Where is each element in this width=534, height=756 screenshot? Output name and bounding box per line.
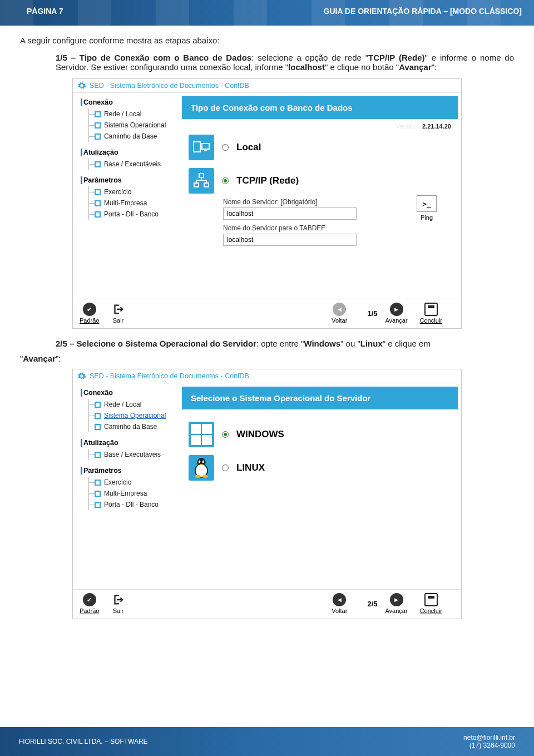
tree-item-exercicio[interactable]: Exercício [89,186,179,197]
arrow-right-icon: ► [390,593,403,606]
page-number-label: PÁGINA 7 [27,7,63,16]
padrao-button[interactable]: ✔Padrão [80,303,99,324]
gear-icon [77,372,86,381]
pager-label: 1/5 [367,309,377,318]
save-icon [424,303,438,316]
checkbox-icon [95,502,101,508]
panel-title: Tipo de Conexão com o Banco de Dados [182,96,458,119]
window-title: SED - Sistema Eletrônico de Documentos -… [90,372,249,380]
checkbox-icon [95,111,101,117]
window-titlebar: SED - Sistema Eletrônico de Documentos -… [73,79,461,93]
window-title: SED - Sistema Eletrônico de Documentos -… [90,82,249,90]
tabdef-server-label: Nome do Servidor para o TABDEF [223,224,461,232]
checkbox-icon [95,189,101,195]
tree-item-rede-local[interactable]: Rede / Local [89,399,179,410]
tree-section-conexao: Conexão [81,389,179,397]
tree-item-rede-local[interactable]: Rede / Local [89,108,179,120]
arrow-left-icon: ◄ [333,303,346,316]
main-panel: Selecione o Sistema Operacional do Servi… [182,383,461,589]
sidebar-tree: Conexão Rede / Local Sistema Operacional… [73,93,182,299]
arrow-left-icon: ◄ [333,593,346,606]
tree-section-conexao: Conexão [81,98,179,106]
concluir-button[interactable]: Concluir [420,593,442,614]
checkbox-icon [95,200,101,206]
svg-point-10 [202,460,204,463]
svg-rect-1 [202,144,209,149]
page-header: PÁGINA 7 GUIA DE ORIENTAÇÃO RÁPIDA – [MO… [0,0,534,26]
tree-item-porta-dll-banco[interactable]: Porta - Dll - Banco [89,499,179,510]
main-panel: Tipo de Conexão com o Banco de Dados Ver… [182,93,461,299]
tree-item-base-exec[interactable]: Base / Executáveis [89,159,179,170]
network-icon [189,168,214,194]
checkbox-icon [95,134,101,140]
footer-company: FIORILLI SOC. CIVIL LTDA. – SOFTWARE [19,738,148,745]
page-content: A seguir configure conforme mostra as et… [0,26,534,619]
checkbox-icon [95,424,101,430]
svg-point-11 [195,475,200,478]
tabdef-server-input[interactable]: localhost [223,234,357,246]
svg-point-9 [199,460,200,463]
concluir-button[interactable]: Concluir [420,303,442,324]
window-footer: ✔Padrão Sair ◄Voltar 1/5 ►Avançar Conclu… [73,299,461,328]
checkbox-icon [95,480,101,486]
radio-local[interactable] [222,144,229,151]
svg-rect-0 [194,142,200,152]
tree-item-caminho-base[interactable]: Caminho da Base [89,131,179,142]
sair-button[interactable]: Sair [111,593,125,614]
sair-button[interactable]: Sair [111,303,125,324]
checkbox-icon [95,402,101,408]
arrow-right-icon: ► [390,303,403,316]
window-titlebar: SED - Sistema Eletrônico de Documentos -… [73,369,461,383]
ping-button[interactable]: >_ [417,195,437,212]
version-badge: Versão:2.21.14.20 [396,123,451,130]
voltar-button[interactable]: ◄Voltar [332,593,347,614]
window-footer: ✔Padrão Sair ◄Voltar 2/5 ►Avançar Conclu… [73,589,461,619]
checkbox-icon [95,413,101,419]
option-linux-label: LINUX [236,462,265,473]
confdb-window-1: SED - Sistema Eletrônico de Documentos -… [72,78,462,329]
avancar-button[interactable]: ►Avançar [385,593,407,614]
tree-section-atualizacao: Atulização [81,439,179,447]
pager-label: 2/5 [367,600,377,608]
exit-icon [112,594,124,606]
option-windows-label: WINDOWS [236,429,284,440]
tree-item-sistema-operacional[interactable]: Sistema Operacional [89,410,179,421]
footer-email: neto@fiorilli.inf.br [463,734,515,742]
tree-item-multi-empresa[interactable]: Multi-Empresa [89,197,179,209]
radio-windows[interactable] [222,431,229,438]
footer-phone: (17) 3264-9000 [463,742,515,749]
tree-item-base-exec[interactable]: Base / Executáveis [89,449,179,460]
server-name-input[interactable]: localhost [223,207,357,220]
tree-section-atualizacao: Atulização [81,149,179,156]
tree-item-exercicio[interactable]: Exercício [89,477,179,488]
padrao-button[interactable]: ✔Padrão [80,593,99,614]
option-tcpip-label: TCP/IP (Rede) [236,175,299,186]
checkbox-icon [95,122,101,129]
step-1-lead: 1/5 – Tipo de Conexão com o Banco de Dad… [56,53,251,62]
avancar-button[interactable]: ►Avançar [385,303,407,324]
panel-title: Selecione o Sistema Operacional do Servi… [182,387,458,409]
linux-icon [189,455,214,481]
sidebar-tree: Conexão Rede / Local Sistema Operacional… [73,383,182,589]
svg-point-12 [202,475,208,478]
radio-tcpip[interactable] [222,177,229,184]
exit-icon [112,303,124,315]
gear-icon [77,81,86,90]
save-icon [424,593,438,606]
svg-rect-4 [194,183,199,187]
checkbox-icon [95,452,101,458]
radio-linux[interactable] [222,465,229,471]
svg-rect-5 [204,183,209,187]
ping-label: Ping [417,214,437,221]
computer-icon [189,135,214,160]
svg-rect-3 [199,174,204,177]
tree-item-porta-dll-banco[interactable]: Porta - Dll - Banco [89,209,179,220]
tree-item-multi-empresa[interactable]: Multi-Empresa [89,488,179,499]
tree-item-sistema-operacional[interactable]: Sistema Operacional [89,120,179,131]
checkbox-icon [95,491,101,497]
tree-item-caminho-base[interactable]: Caminho da Base [89,421,179,432]
tree-section-parametros: Parâmetros [81,467,179,475]
avancar-closing: "Avançar": [20,354,514,363]
tree-section-parametros: Parâmetros [81,176,179,184]
voltar-button[interactable]: ◄Voltar [332,303,347,324]
